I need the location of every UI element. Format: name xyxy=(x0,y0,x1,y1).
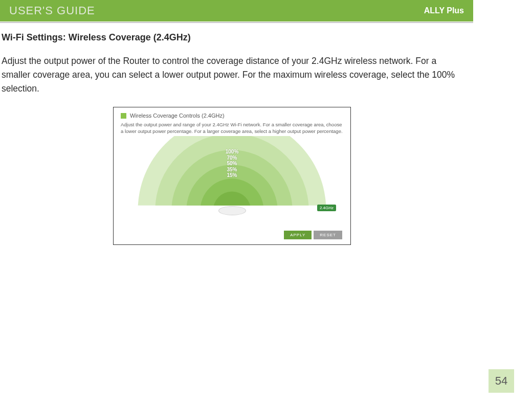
section-title: Wi-Fi Settings: Wireless Coverage (2.4GH… xyxy=(2,32,465,43)
apply-button[interactable]: APPLY xyxy=(284,231,312,239)
coverage-level-labels: 100% 70% 50% 35% 15% xyxy=(226,149,239,178)
section-body: Adjust the output power of the Router to… xyxy=(2,54,465,96)
reset-button[interactable]: RESET xyxy=(314,231,342,239)
level-15[interactable]: 15% xyxy=(226,172,239,178)
page-number: 54 xyxy=(489,369,514,393)
router-icon xyxy=(218,206,246,215)
coverage-visual[interactable]: 100% 70% 50% 35% 15% 2.4GHz xyxy=(121,140,343,221)
band-badge: 2.4GHz xyxy=(317,205,336,211)
panel-button-row: APPLY RESET xyxy=(284,231,342,239)
panel-square-icon xyxy=(121,113,126,119)
page-content: Wi-Fi Settings: Wireless Coverage (2.4GH… xyxy=(0,23,471,245)
panel-header: Wireless Coverage Controls (2.4GHz) xyxy=(121,113,343,119)
panel-description: Adjust the output power and range of you… xyxy=(121,122,343,134)
header-title-right: ALLY Plus xyxy=(424,6,464,15)
header-title-left: USER'S GUIDE xyxy=(9,4,95,17)
level-50[interactable]: 50% xyxy=(226,161,239,167)
level-70[interactable]: 70% xyxy=(226,155,239,161)
coverage-panel: Wireless Coverage Controls (2.4GHz) Adju… xyxy=(113,107,351,245)
level-35[interactable]: 35% xyxy=(226,167,239,173)
panel-title: Wireless Coverage Controls (2.4GHz) xyxy=(130,113,225,119)
level-100[interactable]: 100% xyxy=(226,149,239,155)
header-bar: USER'S GUIDE ALLY Plus xyxy=(0,0,473,21)
